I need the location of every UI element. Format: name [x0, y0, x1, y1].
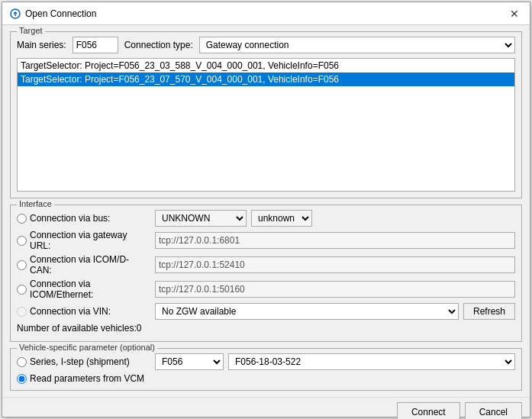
- dcan-input[interactable]: [155, 256, 515, 273]
- vin-value-select[interactable]: F056-18-03-522: [228, 353, 515, 370]
- ethernet-radio-label[interactable]: Connection via ICOM/Ethernet:: [17, 279, 150, 300]
- vin-radio[interactable]: [17, 307, 27, 317]
- interface-ethernet-row: Connection via ICOM/Ethernet:: [17, 279, 515, 300]
- interface-gateway-row: Connection via gateway URL:: [17, 230, 515, 251]
- vehicle-series-row: Series, I-step (shipment) F056 F056-18-0…: [17, 353, 515, 370]
- conn-type-select[interactable]: Gateway connection: [199, 37, 515, 53]
- bottom-bar: Connect Cancel: [2, 397, 530, 419]
- target-section: Target Main series: Connection type: Gat…: [10, 31, 522, 198]
- gateway-radio[interactable]: [17, 236, 27, 246]
- bus-select2[interactable]: unknown: [251, 210, 312, 227]
- dcan-radio-label[interactable]: Connection via ICOM/D-CAN:: [17, 254, 150, 276]
- read-params-row: Read parameters from VCM: [17, 373, 515, 384]
- close-button[interactable]: ✕: [507, 6, 522, 21]
- target-item[interactable]: TargetSelector: Project=F056_23_03_588_V…: [18, 59, 514, 73]
- interface-dcan-row: Connection via ICOM/D-CAN:: [17, 254, 515, 276]
- main-series-input[interactable]: [73, 37, 118, 53]
- interface-bus-row: Connection via bus: UNKNOWN unknown: [17, 210, 515, 227]
- series-select[interactable]: F056: [155, 353, 224, 370]
- bus-radio[interactable]: [17, 214, 27, 224]
- vin-radio-label[interactable]: Connection via VIN:: [17, 306, 150, 317]
- vin-select[interactable]: No ZGW available: [155, 303, 459, 320]
- conn-type-label: Connection type:: [124, 40, 193, 50]
- refresh-button[interactable]: Refresh: [463, 303, 515, 320]
- target-section-label: Target: [17, 26, 45, 35]
- gateway-input[interactable]: [155, 232, 515, 249]
- ethernet-radio[interactable]: [17, 285, 27, 295]
- vehicle-section-label: Vehicle-specific parameter (optional): [17, 343, 157, 352]
- bus-radio-label[interactable]: Connection via bus:: [17, 213, 150, 224]
- num-vehicles-label: Number of available vehicles:0: [17, 323, 515, 334]
- interface-section: Interface Connection via bus: UNKNOWN un…: [10, 205, 522, 342]
- read-params-label: Read parameters from VCM: [30, 373, 144, 384]
- target-row: Main series: Connection type: Gateway co…: [17, 37, 515, 53]
- target-item-selected[interactable]: TargetSelector: Project=F056_23_07_570_V…: [18, 73, 514, 86]
- dcan-radio[interactable]: [17, 260, 27, 270]
- bus-select[interactable]: UNKNOWN: [155, 210, 247, 227]
- dialog-body: Target Main series: Connection type: Gat…: [2, 25, 530, 397]
- vehicle-section: Vehicle-specific parameter (optional) Se…: [10, 348, 522, 391]
- title-bar-left: Open Connection: [10, 8, 96, 19]
- main-series-label: Main series:: [17, 40, 66, 50]
- interface-section-label: Interface: [17, 199, 54, 208]
- dialog-title: Open Connection: [25, 8, 96, 19]
- title-bar: Open Connection ✕: [2, 2, 530, 25]
- ethernet-input[interactable]: [155, 281, 515, 298]
- read-params-radio[interactable]: [17, 374, 27, 384]
- dialog-icon: [10, 8, 21, 19]
- series-radio-label[interactable]: Series, I-step (shipment): [17, 356, 150, 367]
- connect-button[interactable]: Connect: [397, 402, 460, 419]
- gateway-radio-label[interactable]: Connection via gateway URL:: [17, 230, 150, 251]
- interface-vin-row: Connection via VIN: No ZGW available Ref…: [17, 303, 515, 320]
- cancel-button[interactable]: Cancel: [465, 402, 522, 419]
- target-list[interactable]: TargetSelector: Project=F056_23_03_588_V…: [17, 58, 515, 192]
- series-radio[interactable]: [17, 357, 27, 367]
- open-connection-dialog: Open Connection ✕ Target Main series: Co…: [2, 2, 530, 417]
